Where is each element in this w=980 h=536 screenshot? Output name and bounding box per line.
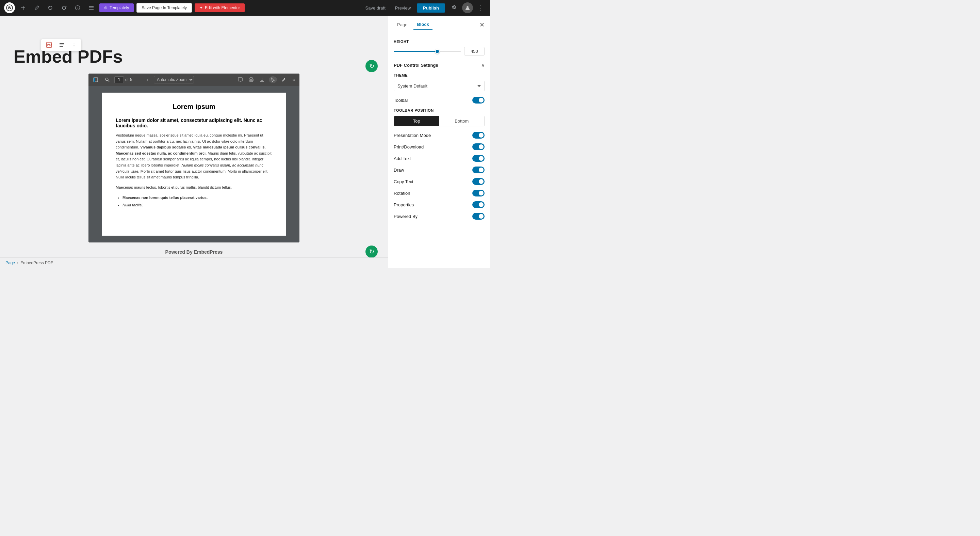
pdf-page-title: Lorem ipsum	[116, 103, 272, 111]
height-slider-fill	[394, 51, 437, 52]
add-block-button[interactable]	[18, 3, 29, 13]
pdf-print-btn[interactable]	[247, 76, 255, 83]
pdf-toolbar: of 5 − + Automatic Zoom	[89, 73, 299, 86]
pdf-sidebar-btn[interactable]	[91, 76, 100, 83]
save-page-label: Save Page In Templately	[142, 5, 187, 10]
sidebar-body: HEIGHT 450 PDF Control Settings ∧ THEME	[388, 34, 490, 268]
publish-button[interactable]: Publish	[417, 3, 445, 13]
templately-button[interactable]: ⊕ Templately	[99, 3, 134, 12]
save-page-templately-button[interactable]: Save Page In Templately	[137, 3, 192, 13]
info-button[interactable]: i	[72, 3, 83, 13]
menu-button[interactable]	[86, 3, 97, 13]
pdf-more-btn[interactable]: »	[291, 76, 297, 83]
pdf-page-input[interactable]	[115, 76, 124, 83]
settings-button[interactable]	[448, 2, 460, 14]
presentation-mode-toggle[interactable]	[472, 132, 485, 139]
properties-toggle[interactable]	[472, 201, 485, 208]
breadcrumb-current: EmbedPress PDF	[21, 260, 53, 265]
save-draft-button[interactable]: Save draft	[362, 3, 389, 13]
svg-rect-8	[89, 9, 94, 10]
pdf-page-total: 5	[130, 77, 132, 82]
height-slider-track[interactable]	[394, 51, 461, 52]
tab-page[interactable]: Page	[394, 20, 411, 29]
svg-point-17	[105, 78, 108, 81]
pdf-control-title: PDF Control Settings	[394, 63, 438, 68]
toolbar-bottom-btn[interactable]: Bottom	[439, 116, 485, 126]
svg-rect-13	[60, 45, 64, 45]
draw-row: Draw	[394, 166, 485, 173]
pdf-zoom-out-btn[interactable]: −	[135, 76, 142, 83]
preview-button[interactable]: Preview	[392, 3, 414, 13]
toolbar-top-btn[interactable]: Top	[394, 116, 439, 126]
svg-text:W: W	[8, 6, 11, 10]
edit-elementor-button[interactable]: ✦ Edit with Elementor	[195, 3, 245, 12]
add-text-toggle[interactable]	[472, 155, 485, 162]
sidebar-close-button[interactable]: ✕	[479, 21, 485, 29]
tab-block[interactable]: Block	[414, 20, 432, 30]
powered-by-toggle[interactable]	[472, 213, 485, 220]
svg-rect-6	[89, 6, 94, 7]
print-download-toggle[interactable]	[472, 144, 485, 150]
undo-button[interactable]	[45, 3, 56, 13]
top-toolbar: W i ⊕ Templately Save Page In Templately…	[0, 0, 490, 16]
presentation-mode-label: Presentation Mode	[394, 133, 431, 138]
print-download-row: Print/Download	[394, 144, 485, 150]
height-input[interactable]: 450	[464, 47, 485, 56]
reload-icon-bottom[interactable]: ↻	[366, 246, 378, 258]
user-avatar-button[interactable]	[462, 2, 473, 13]
redo-button[interactable]	[59, 3, 69, 13]
pdf-cursor-btn[interactable]	[269, 76, 277, 83]
edit-button[interactable]	[31, 3, 42, 13]
pdf-list-item-1: Maecenas non lorem quis tellus placerat …	[123, 195, 272, 201]
pdf-subheading: Lorem ipsum dolor sit amet, consectetur …	[116, 118, 272, 128]
publish-label: Publish	[423, 5, 439, 11]
pdf-content: Lorem ipsum Lorem ipsum dolor sit amet, …	[89, 86, 299, 242]
pdf-download-btn[interactable]	[258, 76, 266, 83]
svg-text:PDF: PDF	[47, 44, 52, 46]
svg-rect-12	[60, 43, 64, 44]
pdf-search-btn[interactable]	[103, 76, 111, 83]
content-area: PDF ⋮ Embed PDFs ↻ of 5	[0, 16, 388, 268]
breadcrumb: Page › EmbedPress PDF	[0, 257, 388, 268]
powered-by-row: Powered By	[394, 213, 485, 220]
pdf-page: Lorem ipsum Lorem ipsum dolor sit amet, …	[102, 93, 286, 236]
templately-icon: ⊕	[104, 5, 108, 10]
svg-rect-14	[60, 46, 63, 47]
toolbar-toggle[interactable]	[472, 97, 485, 104]
pdf-icon-btn[interactable]: PDF	[43, 40, 55, 49]
align-icon-btn[interactable]	[56, 40, 68, 49]
right-sidebar: Page Block ✕ HEIGHT 450 PDF Control Se	[388, 16, 490, 268]
theme-select[interactable]: System Default Dark Light	[394, 81, 485, 91]
pdf-body3: Maecenas mauris lectus, lobortis et puru…	[116, 185, 272, 191]
save-draft-label: Save draft	[366, 5, 385, 11]
toolbar-toggle-label: Toolbar	[394, 98, 408, 103]
pdf-draw-btn[interactable]	[280, 76, 288, 83]
svg-rect-16	[94, 78, 95, 82]
height-control: 450	[394, 47, 485, 56]
svg-text:i: i	[77, 6, 78, 10]
pdf-page-controls: of 5	[115, 76, 132, 83]
elementor-label: Edit with Elementor	[205, 5, 240, 10]
chevron-up-icon[interactable]: ∧	[481, 62, 485, 68]
reload-icon-top[interactable]: ↻	[366, 60, 378, 72]
height-slider-thumb[interactable]	[435, 49, 440, 54]
pdf-page-of: of	[125, 77, 129, 82]
pdf-present-btn[interactable]	[236, 76, 244, 83]
draw-label: Draw	[394, 168, 404, 173]
pdf-zoom-select[interactable]: Automatic Zoom	[154, 76, 194, 83]
pdf-zoom-in-btn[interactable]: +	[144, 76, 151, 83]
copy-text-label: Copy Text	[394, 179, 414, 184]
powered-by-text: Powered By EmbedPress	[14, 249, 374, 255]
draw-toggle[interactable]	[472, 166, 485, 173]
svg-rect-19	[238, 78, 242, 81]
more-options-button[interactable]: ⋮	[476, 2, 486, 14]
more-block-options-btn[interactable]: ⋮	[69, 41, 79, 49]
rotation-toggle[interactable]	[472, 190, 485, 196]
copy-text-toggle[interactable]	[472, 178, 485, 185]
svg-rect-3	[21, 8, 25, 8]
pdf-viewer: of 5 − + Automatic Zoom	[89, 73, 299, 242]
wordpress-logo: W	[4, 2, 15, 13]
add-text-row: Add Text	[394, 155, 485, 162]
breadcrumb-page[interactable]: Page	[5, 260, 15, 265]
pdf-control-header: PDF Control Settings ∧	[394, 62, 485, 68]
